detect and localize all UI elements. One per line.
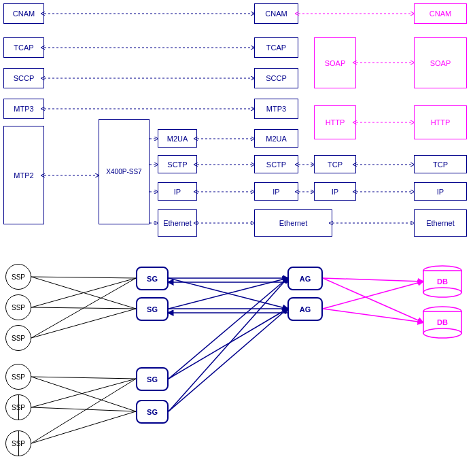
soap-right2: SOAP (414, 37, 467, 88)
svg-line-33 (31, 377, 136, 379)
sg3: SG (136, 367, 169, 391)
svg-line-50 (323, 309, 423, 322)
ip-mid: IP (158, 182, 197, 201)
svg-line-49 (323, 282, 423, 309)
ssp6: SSP (5, 430, 31, 456)
cnam-right1: CNAM (254, 3, 298, 24)
sg1: SG (136, 267, 169, 290)
sg2: SG (136, 297, 169, 321)
svg-point-5 (423, 328, 461, 338)
svg-line-43 (169, 278, 287, 379)
svg-line-29 (31, 278, 136, 307)
tcap-right1: TCAP (254, 37, 298, 58)
cnam-right2: CNAM (414, 3, 467, 24)
tcap-left: TCAP (3, 37, 44, 58)
svg-line-30 (31, 307, 136, 309)
ip-right1: IP (254, 182, 298, 201)
svg-line-34 (31, 377, 136, 411)
sccp-left: SCCP (3, 68, 44, 88)
sg4: SG (136, 400, 169, 424)
svg-line-38 (31, 411, 136, 443)
svg-line-48 (323, 278, 423, 322)
connection-lines (0, 0, 473, 476)
svg-line-35 (31, 379, 136, 407)
sccp-right1: SCCP (254, 68, 298, 88)
ssp3: SSP (5, 325, 31, 351)
svg-line-41 (169, 278, 287, 309)
svg-line-46 (169, 309, 287, 411)
ip-right2: IP (414, 182, 467, 201)
svg-line-32 (31, 309, 136, 338)
db1: DB (423, 265, 462, 298)
svg-line-37 (31, 379, 136, 443)
svg-line-47 (323, 278, 423, 282)
mtp3-right1: MTP3 (254, 99, 298, 119)
ag2: AG (287, 297, 323, 321)
http-right2: HTTP (414, 105, 467, 139)
svg-line-40 (169, 278, 287, 309)
svg-line-28 (31, 277, 136, 309)
db2: DB (423, 306, 462, 339)
mtp2-left: MTP2 (3, 126, 44, 224)
tcp-right2: TCP (414, 155, 467, 173)
svg-line-44 (169, 309, 287, 379)
m2ua-right1: M2UA (254, 129, 298, 148)
svg-line-27 (31, 277, 136, 278)
network-diagram: CNAM TCAP SCCP MTP3 MTP2 X400P-SS7 M2UA … (0, 0, 473, 476)
mtp3-left: MTP3 (3, 99, 44, 119)
svg-line-45 (169, 278, 287, 411)
soap-right1: SOAP (314, 37, 356, 88)
cnam-left: CNAM (3, 3, 44, 24)
ag1: AG (287, 267, 323, 290)
svg-line-36 (31, 407, 136, 411)
sctp-mid: SCTP (158, 155, 197, 173)
m2ua-mid: M2UA (158, 129, 197, 148)
svg-point-2 (423, 288, 461, 297)
tcp-right1: TCP (314, 155, 356, 173)
svg-line-31 (31, 278, 136, 338)
ethernet-mid: Ethernet (158, 209, 197, 237)
ip-right1b: IP (314, 182, 356, 201)
sctp-right1: SCTP (254, 155, 298, 173)
ssp5: SSP (5, 394, 31, 420)
ssp1: SSP (5, 264, 31, 290)
ssp4: SSP (5, 364, 31, 390)
http-right1: HTTP (314, 105, 356, 139)
x400p-box: X400P-SS7 (99, 119, 150, 224)
ethernet-right1: Ethernet (254, 209, 332, 237)
ssp2: SSP (5, 294, 31, 320)
ethernet-right2: Ethernet (414, 209, 467, 237)
